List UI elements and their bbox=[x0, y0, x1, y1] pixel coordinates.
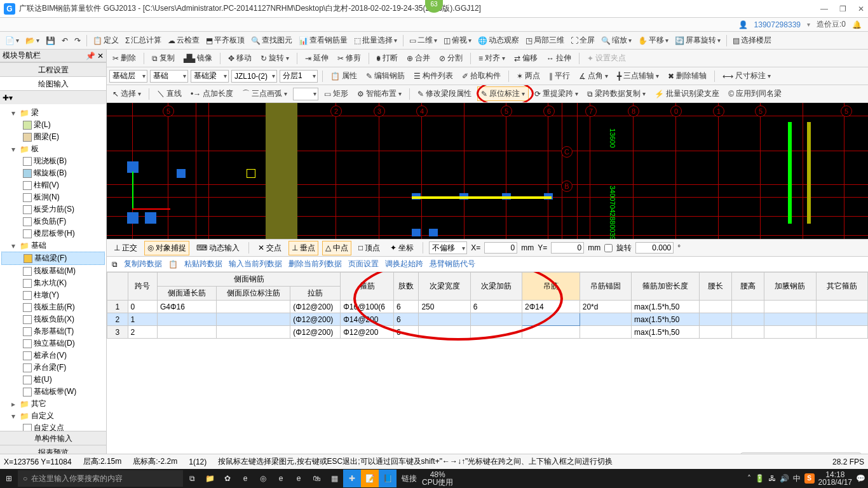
cpu-meter[interactable]: 48%CPU使用 bbox=[422, 471, 453, 486]
dimension-button[interactable]: ⟷尺寸标注▾ bbox=[719, 69, 774, 83]
tree-tiaoxing[interactable]: 条形基础(T) bbox=[34, 326, 74, 337]
col-span[interactable]: 跨号 bbox=[128, 273, 157, 301]
grip-handle[interactable] bbox=[177, 169, 186, 178]
sum-button[interactable]: Σ 汇总计算 bbox=[123, 34, 164, 47]
delete-col-data-button[interactable]: 删除当前列数据 bbox=[288, 259, 342, 269]
col-diao[interactable]: 吊筋 bbox=[522, 273, 580, 301]
windows-taskbar[interactable]: ⊞ ○ 在这里输入你要搜索的内容 ⧉ 📁 ✿ e ◎ e e 🛍 ▦ ✚ 📝 📘… bbox=[0, 469, 868, 488]
span-data-copy-button[interactable]: ⧉梁跨数据复制▾ bbox=[584, 87, 649, 100]
col-side-origin[interactable]: 侧面原位标注筋 bbox=[216, 287, 290, 301]
merge-button[interactable]: ⊕合并 bbox=[403, 51, 433, 65]
open-icon[interactable]: 📂▾ bbox=[23, 35, 42, 46]
delete-button[interactable]: ✂删除 bbox=[109, 51, 139, 65]
component-list-button[interactable]: ☰构件列表 bbox=[410, 69, 456, 83]
tray-volume-icon[interactable]: 🔊 bbox=[780, 474, 789, 483]
cantilever-code-button[interactable]: 悬臂钢筋代号 bbox=[430, 259, 475, 269]
dynamic-observe-button[interactable]: 🌐动态观察 bbox=[475, 34, 522, 47]
tray-network-icon[interactable]: 🖧 bbox=[768, 474, 776, 483]
move-button[interactable]: ✥移动 bbox=[225, 51, 255, 65]
cloud-check-button[interactable]: ☁云检查 bbox=[165, 34, 202, 47]
tree-jichu[interactable]: 基础 bbox=[31, 240, 46, 251]
trim-button[interactable]: ✂修剪 bbox=[334, 51, 364, 65]
modify-span-attr-button[interactable]: ✎修改梁段属性 bbox=[414, 87, 475, 100]
two-point-button[interactable]: ✶两点 bbox=[513, 69, 543, 83]
tab-project-settings[interactable]: 工程设置 bbox=[0, 62, 106, 76]
pin-icon[interactable]: 📌 ✕ bbox=[86, 51, 104, 60]
zoom-button[interactable]: 🔍缩放▾ bbox=[599, 34, 634, 47]
col-subadd[interactable]: 次梁加筋 bbox=[470, 273, 522, 301]
origin-annotation-button[interactable]: ✎原位标注▾ bbox=[477, 86, 529, 101]
local-3d-button[interactable]: ◳局部三维 bbox=[523, 34, 567, 47]
rotate-button[interactable]: ↻旋转▾ bbox=[257, 51, 292, 65]
col-side-group[interactable]: 侧面钢筋 bbox=[158, 273, 341, 287]
app-icon-5[interactable]: 📘 bbox=[379, 470, 397, 487]
tree-xianjiao[interactable]: 现浇板(B) bbox=[34, 156, 67, 166]
col-diaoanchor[interactable]: 吊筋锚固 bbox=[580, 273, 631, 301]
tab-single-component[interactable]: 单构件输入 bbox=[0, 431, 106, 445]
layer-combo[interactable]: 分层1 bbox=[280, 70, 318, 83]
copy-span-icon[interactable]: ⧉ bbox=[112, 260, 118, 269]
rotate-input[interactable] bbox=[635, 242, 674, 254]
align-button[interactable]: ≡对齐▾ bbox=[475, 51, 508, 65]
arc-options-combo[interactable] bbox=[293, 88, 318, 100]
task-view-icon[interactable]: ⧉ bbox=[183, 470, 201, 487]
adjust-start-span-button[interactable]: 调换起始跨 bbox=[385, 259, 423, 269]
dynamic-input-toggle[interactable]: ⌨动态输入 bbox=[193, 241, 243, 255]
object-snap-toggle[interactable]: ◎对象捕捉 bbox=[144, 241, 189, 255]
tree-loucheng[interactable]: 楼层板带(H) bbox=[34, 228, 75, 239]
taskbar-link-label[interactable]: 链接 bbox=[397, 473, 422, 484]
rotate-checkbox[interactable] bbox=[604, 244, 613, 252]
line-tool-button[interactable]: ＼直线 bbox=[154, 87, 185, 100]
save-icon[interactable]: 💾 bbox=[43, 35, 58, 46]
close-button[interactable]: ✕ bbox=[858, 4, 864, 13]
tree-zhuangcheng[interactable]: 桩承台(V) bbox=[34, 350, 67, 361]
offset-button[interactable]: ⇄偏移 bbox=[511, 51, 541, 65]
col-stirrup[interactable]: 箍筋 bbox=[341, 273, 394, 301]
minimize-button[interactable]: — bbox=[820, 4, 828, 13]
flat-top-button[interactable]: ⬒平齐板顶 bbox=[203, 34, 247, 47]
relift-span-button[interactable]: ⟳重提梁跨▾ bbox=[531, 87, 581, 100]
tree-luoxuan[interactable]: 螺旋板(B) bbox=[34, 168, 67, 179]
fullscreen-button[interactable]: ⛶全屏 bbox=[568, 34, 597, 47]
edge-icon-2[interactable]: e bbox=[272, 470, 290, 487]
ie-icon[interactable]: e bbox=[290, 470, 308, 487]
tree-chengtai[interactable]: 承台梁(F) bbox=[34, 362, 66, 373]
select-floor-button[interactable]: ▤选择楼层 bbox=[730, 34, 774, 47]
delete-axis-button[interactable]: ✖删除辅轴 bbox=[665, 69, 710, 83]
tree-bandong[interactable]: 板洞(N) bbox=[34, 192, 60, 203]
tree-zhuang[interactable]: 桩(U) bbox=[34, 374, 52, 385]
dropdown-icon[interactable]: ▾ bbox=[807, 21, 810, 28]
taskbar-search[interactable]: ○ 在这里输入你要搜索的内容 bbox=[18, 470, 183, 487]
tree-jichubandai[interactable]: 基础板带(W) bbox=[34, 386, 76, 397]
snap-mid[interactable]: △中点 bbox=[322, 241, 351, 255]
col-subw[interactable]: 次梁宽度 bbox=[419, 273, 470, 301]
tree-banfu[interactable]: 板负筋(F) bbox=[34, 216, 66, 227]
add-component-icon[interactable]: ✚▾ bbox=[3, 93, 13, 102]
grip-handle[interactable] bbox=[145, 212, 156, 224]
snap-end[interactable]: □顶点 bbox=[355, 241, 383, 255]
ortho-toggle[interactable]: ⊥正交 bbox=[111, 241, 140, 255]
paste-span-icon[interactable]: 📋 bbox=[168, 260, 178, 269]
tree-zhudun[interactable]: 柱墩(Y) bbox=[34, 290, 59, 301]
tree-liang-l[interactable]: 梁(L) bbox=[34, 119, 51, 130]
view-2d-button[interactable]: ▭二维▾ bbox=[407, 34, 440, 47]
smart-layout-button[interactable]: ⚙智能布置▾ bbox=[354, 87, 405, 100]
selected-beam[interactable] bbox=[412, 196, 552, 199]
parallel-button[interactable]: ∥平行 bbox=[546, 69, 573, 83]
batch-select-button[interactable]: ⬚批量选择▾ bbox=[351, 34, 400, 47]
edit-rebar-button[interactable]: ✎编辑钢筋 bbox=[363, 69, 408, 83]
tray-battery-icon[interactable]: 🔋 bbox=[755, 474, 764, 483]
snap-perp[interactable]: ⊥垂点 bbox=[288, 241, 318, 255]
define-button[interactable]: 📋定义 bbox=[90, 34, 121, 47]
redo-icon[interactable]: ↷ bbox=[72, 35, 83, 46]
attr-button[interactable]: 📋属性 bbox=[327, 69, 360, 83]
three-axis-button[interactable]: ╋三点辅轴▾ bbox=[614, 69, 662, 83]
view-rebar-button[interactable]: 📊查看钢筋量 bbox=[296, 34, 350, 47]
tree-jishui[interactable]: 集水坑(K) bbox=[34, 278, 67, 288]
extend-button[interactable]: ⇥延伸 bbox=[302, 51, 332, 65]
select-tool-button[interactable]: ↖选择▾ bbox=[109, 87, 144, 100]
input-col-data-button[interactable]: 输入当前列数据 bbox=[229, 259, 282, 269]
app-icon-3[interactable]: ▦ bbox=[325, 470, 343, 487]
paste-span-data-button[interactable]: 粘贴跨数据 bbox=[184, 259, 222, 269]
span-data-table[interactable]: 跨号 侧面钢筋 箍筋 肢数 次梁宽度 次梁加筋 吊筋 吊筋锚固 箍筋加密长度 腰… bbox=[107, 272, 868, 339]
